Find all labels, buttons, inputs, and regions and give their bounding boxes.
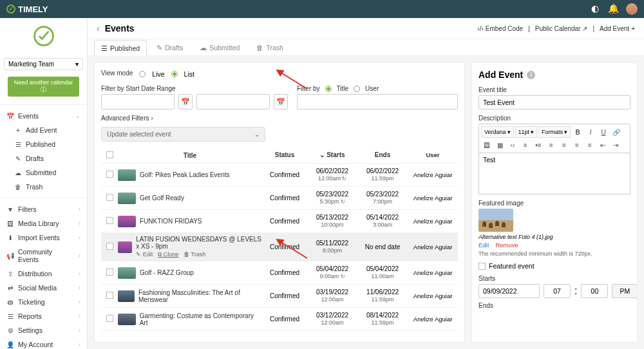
- featured-image-thumbnail[interactable]: [478, 209, 513, 232]
- formats-select[interactable]: Formats ▾: [538, 126, 571, 138]
- sidebar-item-settings[interactable]: ⚙Settings›: [0, 323, 87, 337]
- embed-code-link[interactable]: ‹/› Embed Code: [477, 25, 523, 32]
- sidebar-item-filters[interactable]: ▼Filters›: [0, 202, 87, 216]
- row-edit-action[interactable]: ✎ Edit: [136, 251, 153, 258]
- sidebar-item-community-events[interactable]: 📢Community Events›: [0, 245, 87, 267]
- row-clone-action[interactable]: ⧉ Clone: [158, 251, 178, 258]
- link-button[interactable]: 🔗: [611, 126, 622, 138]
- sidebar-item-reports[interactable]: ☰Reports›: [0, 309, 87, 323]
- tab-trash[interactable]: 🗑Trash: [249, 39, 290, 55]
- start-hour-input[interactable]: [544, 284, 571, 298]
- row-checkbox[interactable]: [106, 217, 113, 224]
- tab-drafts[interactable]: ✎Drafts: [149, 39, 190, 55]
- sidebar-item-trash[interactable]: 🗑Trash: [0, 180, 87, 194]
- event-starts: 03/12/202212:00am: [307, 312, 357, 326]
- start-date-from-picker[interactable]: 📅: [178, 94, 193, 109]
- table-row[interactable]: Golf: Pikes Peak Ladies Events Confirmed…: [101, 164, 458, 187]
- outdent-button[interactable]: ⇤: [597, 139, 609, 151]
- indent-button[interactable]: ⇥: [610, 139, 621, 151]
- add-event-link[interactable]: Add Event +: [600, 25, 635, 32]
- trash-icon: 🗑: [14, 184, 22, 191]
- info-icon[interactable]: i: [527, 71, 535, 79]
- row-checkbox[interactable]: [106, 292, 113, 299]
- sidebar-item-my-account[interactable]: 👤My Account›: [0, 337, 87, 349]
- table-row[interactable]: Golf - RAZZ Group Confirmed 05/04/20229:…: [101, 261, 458, 285]
- view-mode-live-radio[interactable]: [139, 71, 146, 77]
- filter-by-user-label[interactable]: User: [365, 85, 379, 92]
- sidebar-item-drafts[interactable]: ✎Drafts: [0, 151, 87, 165]
- table-row[interactable]: LATIN FUSION WEDNESDAYS @ LEVELS x XS - …: [101, 233, 458, 261]
- view-mode-list-label[interactable]: List: [184, 70, 194, 78]
- row-trash-action[interactable]: 🗑 Trash: [184, 251, 205, 258]
- column-ends-header[interactable]: Ends: [357, 151, 408, 160]
- start-date-to-picker[interactable]: 📅: [274, 94, 288, 109]
- row-checkbox[interactable]: [106, 194, 113, 201]
- sidebar-item-ticketing[interactable]: 🎟Ticketing›: [0, 295, 87, 309]
- sidebar-item-distribution[interactable]: ⇪Distribution›: [0, 267, 87, 281]
- list-icon: ☰: [101, 44, 108, 52]
- ampm-toggle[interactable]: [612, 284, 638, 298]
- filter-by-input[interactable]: [297, 94, 458, 109]
- event-title-input[interactable]: [478, 95, 630, 109]
- table-row[interactable]: Get Golf Ready Confirmed 05/23/20225:30p…: [101, 187, 458, 210]
- code-button[interactable]: ‹›: [507, 139, 518, 151]
- sidebar-item-import-events[interactable]: ⬇Import Events›: [0, 231, 87, 245]
- start-date-from-input[interactable]: [101, 94, 175, 109]
- column-user-header[interactable]: User: [408, 151, 458, 160]
- notifications-icon[interactable]: 🔔: [608, 3, 618, 14]
- row-checkbox[interactable]: [106, 269, 113, 276]
- sidebar-item-submitted[interactable]: ☁Submitted: [0, 165, 87, 180]
- column-status-header[interactable]: Status: [262, 151, 307, 160]
- row-checkbox[interactable]: [106, 171, 113, 178]
- align-left-button[interactable]: ≡: [545, 139, 557, 151]
- featured-event-checkbox[interactable]: [478, 263, 486, 270]
- view-mode-live-label[interactable]: Live: [152, 70, 164, 78]
- ordered-list-button[interactable]: ≡: [520, 139, 531, 151]
- need-another-calendar[interactable]: Need another calendar ⓘ: [8, 77, 79, 97]
- sidebar-item-add-event[interactable]: +Add Event: [0, 123, 87, 137]
- column-starts-header[interactable]: ⌄ Starts: [307, 151, 357, 160]
- unordered-list-button[interactable]: •≡: [533, 139, 544, 151]
- row-checkbox[interactable]: [106, 315, 113, 322]
- featured-image-edit[interactable]: Edit: [478, 241, 489, 249]
- tab-published[interactable]: ☰Published: [94, 40, 147, 56]
- table-row[interactable]: Garmenting: Costume as Contemporary Art …: [101, 308, 458, 331]
- start-minute-input[interactable]: [581, 284, 608, 298]
- featured-image-remove[interactable]: Remove: [495, 241, 518, 249]
- font-size-select[interactable]: 11pt ▾: [515, 126, 538, 138]
- avatar[interactable]: [626, 3, 638, 15]
- italic-button[interactable]: I: [585, 126, 596, 138]
- row-checkbox[interactable]: [106, 243, 113, 250]
- select-all-checkbox[interactable]: [106, 151, 113, 158]
- team-selector[interactable]: Marketing Team▾: [4, 58, 83, 70]
- align-right-button[interactable]: ≡: [571, 139, 583, 151]
- font-family-select[interactable]: Verdana ▾: [481, 126, 514, 138]
- advanced-filters-toggle[interactable]: Advanced Filters›: [101, 115, 458, 122]
- public-calendar-link[interactable]: Public Calendar ↗: [535, 25, 588, 32]
- help-icon[interactable]: ◐: [590, 3, 600, 14]
- sidebar-item-social-media[interactable]: ⇄Social Media›: [0, 281, 87, 295]
- sidebar-item-events[interactable]: 📅Events⌄: [0, 109, 87, 123]
- sidebar-item-published[interactable]: ☰Published: [0, 137, 87, 151]
- featured-image-alt-text: Alternative text Foto 4 (1).jpg: [478, 234, 630, 240]
- start-date-to-input[interactable]: [196, 94, 270, 109]
- table-row[interactable]: Fashioning Masculinities: The Art of Men…: [101, 285, 458, 308]
- start-date-input[interactable]: [478, 284, 540, 298]
- back-button[interactable]: ‹: [97, 23, 100, 33]
- table-button[interactable]: ▦: [494, 139, 506, 151]
- table-row[interactable]: FUNKTION FRIDAYS Confirmed 05/13/202210:…: [101, 210, 458, 233]
- tab-submitted[interactable]: ☁Submitted: [193, 39, 247, 55]
- bold-button[interactable]: B: [572, 126, 583, 138]
- description-editor[interactable]: Test: [478, 153, 630, 194]
- view-mode-list-radio[interactable]: [171, 71, 178, 77]
- update-selected-dropdown[interactable]: Update selected event⌄: [101, 127, 265, 142]
- image-button[interactable]: 🖼: [481, 139, 493, 151]
- column-title-header[interactable]: Title: [118, 151, 262, 160]
- filter-by-title-label[interactable]: Title: [337, 85, 349, 92]
- sidebar-item-media-library[interactable]: 🖼Media Library›: [0, 216, 87, 231]
- align-justify-button[interactable]: ≡: [584, 139, 596, 151]
- underline-button[interactable]: U: [598, 126, 609, 138]
- filter-by-title-radio[interactable]: [325, 86, 332, 92]
- align-center-button[interactable]: ≡: [558, 139, 570, 151]
- filter-by-user-radio[interactable]: [354, 86, 360, 92]
